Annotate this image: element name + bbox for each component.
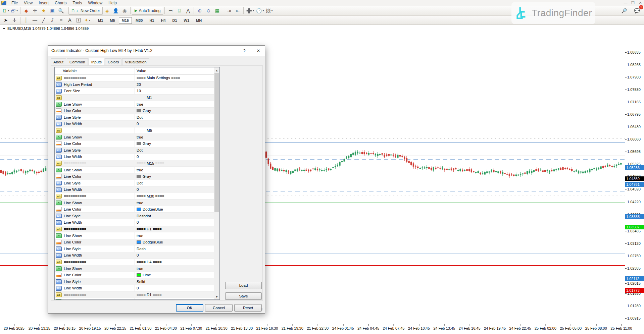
variable-value[interactable]: ==== M5 ====: [137, 128, 162, 132]
profiles-button[interactable]: 🗗▾: [10, 7, 18, 15]
variable-value[interactable]: Gray: [137, 174, 151, 178]
variable-value[interactable]: 0: [137, 122, 139, 126]
navigator-icon[interactable]: ★: [40, 7, 48, 15]
text-label-button[interactable]: T: [75, 16, 83, 24]
menu-help[interactable]: Help: [105, 0, 120, 6]
new-chart-button[interactable]: 🗋▾: [2, 7, 10, 15]
variable-value[interactable]: true: [137, 234, 143, 238]
templates-button[interactable]: 🖼▾: [265, 7, 273, 15]
variable-value[interactable]: 0: [137, 155, 139, 159]
table-row[interactable]: Line ColorGray: [55, 141, 214, 147]
variable-value[interactable]: DodgerBlue: [137, 207, 163, 211]
search-icon[interactable]: 🔎: [620, 7, 628, 15]
table-row[interactable]: ∿Line Showtrue: [55, 101, 214, 108]
table-row[interactable]: ∿Line Showtrue: [55, 265, 214, 272]
variable-value[interactable]: 0: [137, 220, 139, 224]
timeframe-w1[interactable]: W1: [181, 17, 193, 24]
news-icon[interactable]: ◉: [120, 7, 129, 15]
variable-value[interactable]: Solid: [137, 280, 145, 284]
table-row[interactable]: ab============== M15 ====: [55, 160, 214, 167]
variable-value[interactable]: 20: [137, 82, 141, 87]
timeframe-d1[interactable]: D1: [169, 17, 180, 24]
dialog-close-button[interactable]: ✕: [252, 46, 265, 56]
table-row[interactable]: ∿Line Showtrue: [55, 232, 214, 239]
ok-button[interactable]: OK: [176, 304, 203, 312]
timeframe-m5[interactable]: M5: [107, 17, 118, 24]
menu-charts[interactable]: Charts: [52, 0, 69, 6]
close-window-icon[interactable]: ✕: [637, 1, 644, 5]
table-row[interactable]: ∿Line Showtrue: [55, 167, 214, 173]
menu-file[interactable]: File: [8, 0, 21, 6]
table-row[interactable]: 123Line StyleDot: [55, 180, 214, 187]
indicators-button[interactable]: ➕▾: [245, 7, 254, 15]
scrollbar-thumb[interactable]: [214, 73, 219, 212]
bar-chart-button[interactable]: 𝄩: [166, 7, 175, 15]
table-row[interactable]: Line ColorDodgerBlue: [55, 206, 214, 213]
variable-value[interactable]: ==== M15 ====: [137, 161, 164, 165]
experts-icon[interactable]: 👤: [112, 7, 120, 15]
menu-view[interactable]: View: [21, 0, 36, 6]
table-row[interactable]: 123High Low Period20: [55, 81, 214, 88]
text-button[interactable]: A: [66, 16, 74, 24]
variable-value[interactable]: ==== M30 ====: [137, 194, 164, 198]
menu-insert[interactable]: Insert: [36, 0, 52, 6]
variable-value[interactable]: 0: [137, 286, 139, 290]
table-row[interactable]: Line ColorGray: [55, 173, 214, 180]
table-row[interactable]: 123Line Width0: [55, 186, 214, 193]
table-row[interactable]: 123Line StyleDot: [55, 114, 214, 121]
table-row[interactable]: 123Line Width0: [55, 285, 214, 292]
timeframe-mn[interactable]: MN: [193, 17, 205, 24]
table-row[interactable]: ab============== H4 ====: [55, 259, 214, 266]
table-row[interactable]: Line ColorGray: [55, 108, 214, 114]
variable-value[interactable]: 10: [137, 89, 141, 93]
cursor-button[interactable]: ➤: [2, 16, 10, 24]
variable-value[interactable]: true: [137, 102, 143, 106]
variable-value[interactable]: 0: [137, 187, 139, 191]
strategy-tester-icon[interactable]: 🔍: [57, 7, 65, 15]
time-axis[interactable]: 20 Feb 202520 Feb 13:1520 Feb 16:1520 Fe…: [0, 324, 644, 334]
auto-scroll-button[interactable]: ⇥: [225, 7, 233, 15]
terminal-icon[interactable]: ▣: [48, 7, 56, 15]
timeframe-m1[interactable]: M1: [95, 17, 106, 24]
table-row[interactable]: 123Line StyleDashdot: [55, 213, 214, 219]
shapes-button[interactable]: ✦▾: [83, 16, 91, 24]
timeframe-h4[interactable]: H4: [158, 17, 168, 24]
table-row[interactable]: ab============== Main Settings ====: [55, 75, 214, 81]
market-watch-icon[interactable]: ◆: [22, 7, 30, 15]
zoom-out-button[interactable]: ⊖: [204, 7, 212, 15]
variable-value[interactable]: 0: [137, 253, 139, 257]
autotrading-button[interactable]: ▶ AutoTrading: [132, 7, 163, 15]
save-button[interactable]: Save: [225, 292, 262, 300]
variable-value[interactable]: ==== Main Settings ====: [137, 76, 180, 80]
table-row[interactable]: ∿Line Showtrue: [55, 298, 214, 300]
tab-inputs[interactable]: Inputs: [89, 58, 104, 65]
tile-windows-button[interactable]: ▦: [213, 7, 221, 15]
fibonacci-button[interactable]: ≡: [57, 16, 65, 24]
variable-value[interactable]: Dot: [137, 181, 143, 185]
load-button[interactable]: Load: [225, 282, 262, 289]
inputs-table[interactable]: Variable Value ab============== Main Set…: [54, 67, 220, 300]
variable-value[interactable]: DodgerBlue: [137, 240, 163, 244]
table-row[interactable]: 123Line StyleSolid: [55, 278, 214, 285]
variable-value[interactable]: Dot: [137, 148, 143, 152]
table-row[interactable]: ∿Line Showtrue: [55, 200, 214, 206]
variable-value[interactable]: true: [137, 135, 143, 139]
minimize-window-icon[interactable]: —: [622, 1, 629, 5]
data-window-icon[interactable]: ✛: [31, 7, 39, 15]
tab-colors[interactable]: Colors: [105, 58, 121, 66]
variable-value[interactable]: ==== H1 ====: [137, 227, 162, 231]
resize-grip[interactable]: ⠿: [261, 309, 264, 312]
crosshair-button[interactable]: ✛: [10, 16, 18, 24]
periods-button[interactable]: 🕐▾: [255, 7, 264, 15]
dialog-help-button[interactable]: ?: [238, 46, 251, 56]
menu-window[interactable]: Window: [85, 0, 106, 6]
variable-value[interactable]: true: [137, 267, 143, 271]
vertical-line-button[interactable]: │: [22, 16, 30, 24]
table-row[interactable]: 123Line Width0: [55, 219, 214, 226]
table-row[interactable]: 123Line StyleDot: [55, 147, 214, 154]
table-row[interactable]: ab============== M5 ====: [55, 127, 214, 134]
price-axis[interactable]: 1.086351.082651.079001.075301.071651.067…: [625, 25, 644, 324]
dialog-titlebar[interactable]: Custom Indicator - Custom High Low MT4 b…: [48, 46, 265, 56]
cancel-button[interactable]: Cancel: [205, 304, 233, 312]
tab-visualization[interactable]: Visualization: [122, 58, 149, 66]
